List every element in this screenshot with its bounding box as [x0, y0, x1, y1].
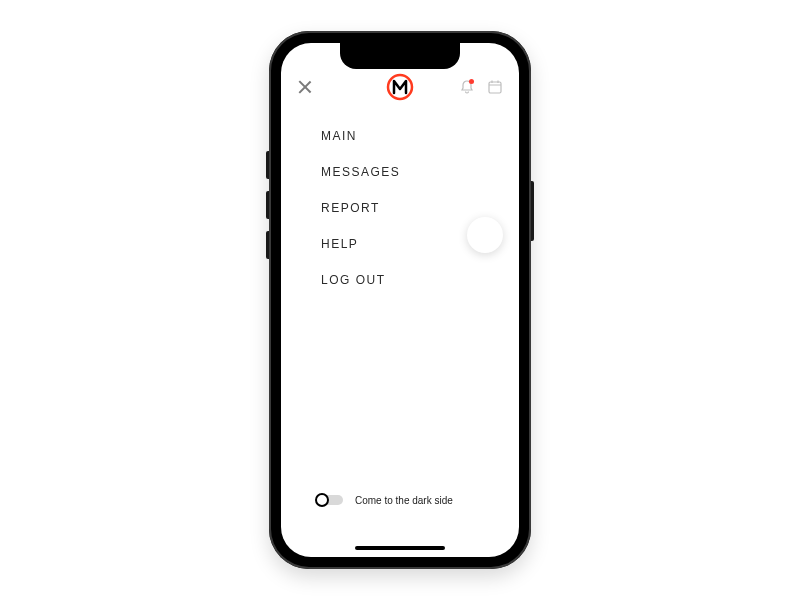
main-menu: MAIN MESSAGES REPORT HELP LOG OUT — [321, 129, 400, 287]
dark-mode-label: Come to the dark side — [355, 495, 453, 506]
menu-item-logout[interactable]: LOG OUT — [321, 273, 400, 287]
top-bar — [281, 69, 519, 105]
dark-mode-toggle[interactable] — [315, 493, 345, 507]
app-logo[interactable] — [386, 73, 414, 101]
calendar-icon[interactable] — [487, 79, 503, 95]
menu-item-main[interactable]: MAIN — [321, 129, 400, 143]
phone-frame: MAIN MESSAGES REPORT HELP LOG OUT Come t… — [269, 31, 531, 569]
notch — [340, 43, 460, 69]
dark-mode-row: Come to the dark side — [315, 493, 453, 507]
menu-item-report[interactable]: REPORT — [321, 201, 400, 215]
screen: MAIN MESSAGES REPORT HELP LOG OUT Come t… — [281, 43, 519, 557]
svg-rect-1 — [489, 82, 501, 93]
home-indicator[interactable] — [355, 546, 445, 550]
floating-action-button[interactable] — [467, 217, 503, 253]
menu-item-help[interactable]: HELP — [321, 237, 400, 251]
menu-item-messages[interactable]: MESSAGES — [321, 165, 400, 179]
close-icon[interactable] — [297, 79, 313, 95]
notifications-icon[interactable] — [459, 79, 475, 95]
notification-dot-icon — [469, 79, 474, 84]
toggle-knob — [315, 493, 329, 507]
